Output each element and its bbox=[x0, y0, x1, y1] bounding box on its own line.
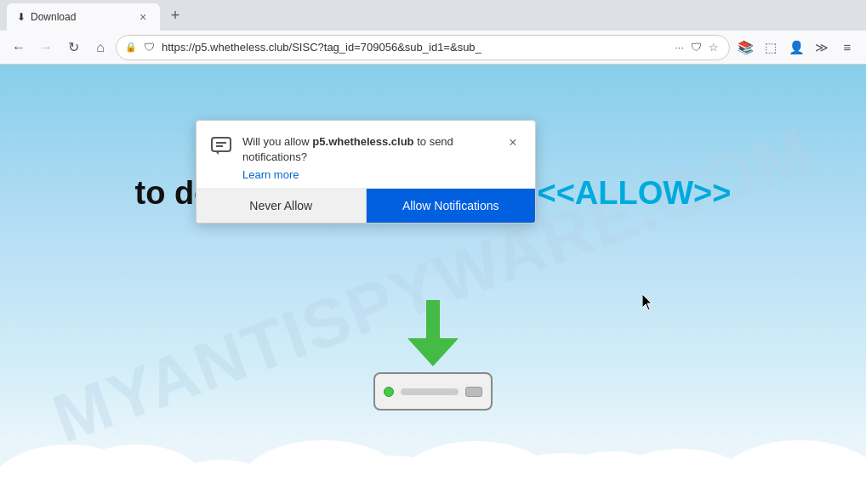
page-content: MYANTISPYWARE.COM bbox=[0, 65, 866, 504]
allow-notifications-button[interactable]: Allow Notifications bbox=[367, 189, 536, 223]
hard-drive bbox=[373, 372, 493, 411]
popup-text: Will you allow p5.whetheless.club to sen… bbox=[242, 134, 494, 181]
account-button[interactable]: 👤 bbox=[784, 36, 808, 59]
svg-marker-22 bbox=[215, 151, 219, 155]
tab-close-button[interactable]: × bbox=[136, 10, 150, 24]
active-tab[interactable]: ⬇ Download × bbox=[7, 3, 160, 31]
hd-light bbox=[384, 387, 394, 397]
clouds-decoration bbox=[0, 402, 866, 504]
shield-icon: 🛡 bbox=[142, 39, 157, 55]
svg-marker-23 bbox=[642, 294, 652, 310]
mouse-cursor bbox=[642, 294, 656, 314]
tab-favicon: ⬇ bbox=[17, 11, 26, 23]
home-button[interactable]: ⌂ bbox=[88, 36, 112, 59]
more-button[interactable]: ··· bbox=[673, 39, 686, 55]
refresh-button[interactable]: ↻ bbox=[61, 36, 85, 59]
popup-chat-icon bbox=[210, 136, 232, 163]
library-button[interactable]: 📚 bbox=[733, 36, 757, 59]
notification-popup: Will you allow p5.whetheless.club to sen… bbox=[196, 120, 536, 224]
tracking-shield-icon[interactable]: 🛡 bbox=[689, 39, 704, 55]
more-tools-button[interactable]: ≫ bbox=[810, 36, 834, 59]
browser-frame: ⬇ Download × + ← → ↻ ⌂ 🔒 🛡 https://p5.wh… bbox=[0, 0, 866, 504]
menu-button[interactable]: ≡ bbox=[835, 36, 859, 59]
svg-rect-17 bbox=[426, 300, 440, 338]
address-bar[interactable]: 🔒 🛡 https://p5.whetheless.club/SISC?tag_… bbox=[116, 35, 730, 60]
svg-marker-18 bbox=[407, 338, 459, 366]
main-text-link: <<ALLOW>> bbox=[537, 175, 731, 211]
back-button[interactable]: ← bbox=[7, 36, 31, 59]
popup-site: p5.whetheless.club bbox=[312, 135, 413, 148]
nav-right-icons: 📚 ⬚ 👤 ≫ ≡ bbox=[733, 36, 859, 59]
popup-learn-more-link[interactable]: Learn more bbox=[242, 168, 494, 181]
forward-button[interactable]: → bbox=[34, 36, 58, 59]
popup-message-pre: Will you allow bbox=[242, 135, 312, 148]
tab-bar: ⬇ Download × + bbox=[0, 0, 866, 31]
popup-header: Will you allow p5.whetheless.club to sen… bbox=[197, 121, 535, 188]
popup-message: Will you allow p5.whetheless.club to sen… bbox=[242, 134, 494, 165]
never-allow-button[interactable]: Never Allow bbox=[197, 189, 367, 223]
nav-bar: ← → ↻ ⌂ 🔒 🛡 https://p5.whetheless.club/S… bbox=[0, 31, 866, 65]
new-tab-button[interactable]: + bbox=[163, 3, 187, 27]
hd-button bbox=[465, 387, 482, 397]
download-illustration bbox=[373, 300, 493, 411]
popup-buttons: Never Allow Allow Notifications bbox=[197, 188, 535, 223]
security-icon: 🔒 bbox=[125, 42, 137, 53]
tab-title: Download bbox=[31, 11, 131, 23]
hd-slot bbox=[401, 388, 459, 395]
svg-rect-19 bbox=[212, 138, 231, 151]
popup-close-button[interactable]: × bbox=[504, 134, 521, 151]
bookmark-button[interactable]: ☆ bbox=[707, 39, 721, 55]
extensions-button[interactable]: ⬚ bbox=[759, 36, 783, 59]
url-text: https://p5.whetheless.club/SISC?tag_id=7… bbox=[162, 41, 668, 54]
arrow-wrapper bbox=[407, 300, 459, 368]
